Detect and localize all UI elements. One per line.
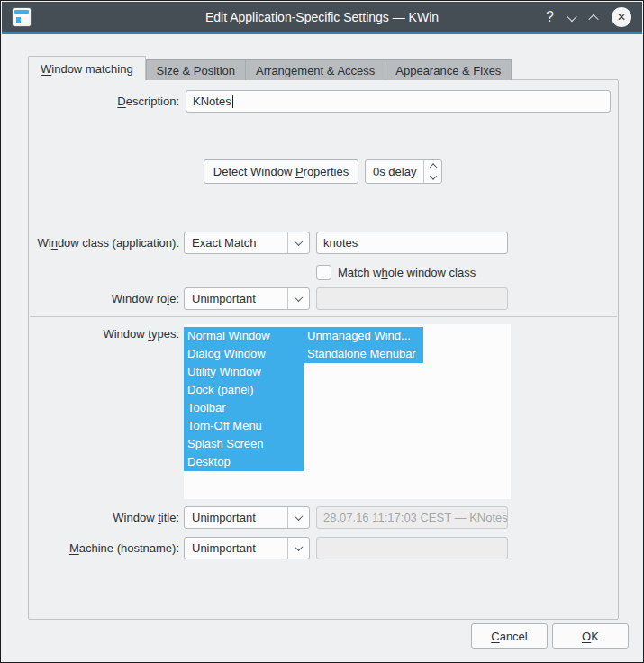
window-type-item[interactable]: Splash Screen [184, 435, 304, 453]
combo-chevron-down-icon [287, 232, 309, 253]
maximize-button[interactable] [590, 11, 597, 24]
window-type-item[interactable]: Standalone Menubar [304, 345, 423, 363]
detect-delay-spinbox[interactable]: 0s delay [365, 159, 442, 184]
close-button[interactable]: ✕ [612, 7, 631, 27]
window-title-match-combobox[interactable]: Unimportant [184, 506, 310, 529]
title-bar[interactable]: Edit Application-Specific Settings — KWi… [2, 2, 642, 32]
spin-up-icon [429, 163, 436, 170]
kwin-settings-dialog: Edit Application-Specific Settings — KWi… [0, 0, 644, 663]
titlebar-accent-line [2, 32, 642, 34]
window-type-item[interactable]: Torn-Off Menu [184, 417, 304, 435]
window-type-item[interactable]: Normal Window [184, 327, 304, 345]
combo-chevron-down-icon [287, 538, 309, 559]
window-type-item[interactable]: Dock (panel) [184, 381, 304, 399]
tab-arrangement-access[interactable]: Arrangement & Access [246, 59, 385, 80]
horizontal-separator [30, 316, 617, 317]
window-types-label: Window types: [33, 325, 179, 343]
window-type-item[interactable]: Dialog Window [184, 345, 304, 363]
window-class-input[interactable]: knotes [316, 232, 508, 254]
machine-hostname-input [316, 537, 508, 559]
machine-match-combobox[interactable]: Unimportant [184, 537, 310, 559]
tab-window-matching[interactable]: Window matching [28, 56, 146, 80]
window-role-label: Window role: [33, 287, 179, 310]
close-icon: ✕ [617, 11, 626, 23]
minimize-button[interactable] [568, 11, 576, 24]
text-caret [232, 95, 233, 108]
spin-down-button[interactable] [424, 172, 441, 184]
window-title-label: Window title: [33, 506, 179, 529]
match-whole-window-class-label: Match whole window class [338, 265, 476, 280]
help-button[interactable]: ? [546, 10, 554, 24]
window-class-match-combobox[interactable]: Exact Match [184, 232, 310, 254]
window-role-input [316, 287, 508, 310]
combo-chevron-down-icon [287, 288, 309, 309]
chevron-up-icon [588, 14, 598, 23]
chevron-down-icon [567, 11, 576, 21]
cancel-button[interactable]: Cancel [471, 623, 548, 649]
window-settings-app-icon [13, 8, 31, 26]
tab-size-position[interactable]: Size & Position [146, 59, 246, 80]
match-whole-window-class-checkbox[interactable] [316, 265, 331, 280]
machine-hostname-label: Machine (hostname): [33, 537, 179, 559]
window-types-list[interactable]: Normal Window Dialog Window Utility Wind… [184, 324, 511, 499]
tab-appearance-fixes[interactable]: Appearance & Fixes [385, 59, 512, 80]
window-type-item[interactable]: Toolbar [184, 399, 304, 417]
window-type-item[interactable]: Unmanaged Wind... [304, 327, 423, 345]
tab-bar: Window matching Size & Position Arrangem… [28, 56, 512, 80]
window-title-input: 28.07.16 11:17:03 CEST — KNotes [316, 506, 508, 529]
detect-window-properties-button[interactable]: Detect Window Properties [204, 159, 358, 184]
window-class-label: Window class (application): [33, 232, 179, 254]
spin-down-icon [429, 172, 436, 179]
description-label: Description: [33, 90, 179, 113]
description-input[interactable]: KNotes [186, 90, 611, 113]
window-type-item[interactable]: Desktop [184, 453, 304, 471]
spin-up-button[interactable] [424, 160, 441, 172]
window-type-item[interactable]: Utility Window [184, 363, 304, 381]
detect-delay-value: 0s delay [366, 165, 423, 178]
combo-chevron-down-icon [287, 507, 309, 528]
ok-button[interactable]: OK [552, 623, 629, 649]
window-role-match-combobox[interactable]: Unimportant [184, 287, 310, 310]
